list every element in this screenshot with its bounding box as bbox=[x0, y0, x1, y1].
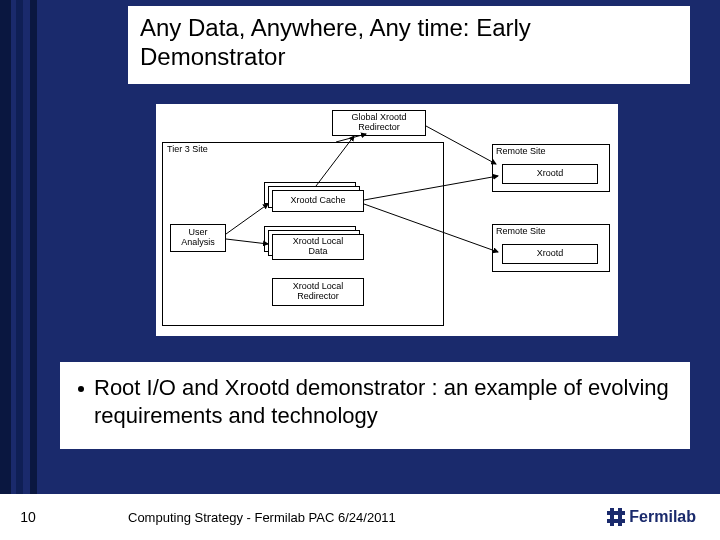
global-xrootd-redirector-label: Global Xrootd Redirector bbox=[351, 113, 406, 133]
bullet-block: Root I/O and Xrootd demonstrator : an ex… bbox=[60, 362, 690, 449]
bullet-dot-icon bbox=[78, 386, 84, 392]
bullet-text: Root I/O and Xrootd demonstrator : an ex… bbox=[94, 374, 680, 429]
xrootd-local-data-box: Xrootd Local Data bbox=[272, 234, 364, 260]
svg-rect-9 bbox=[607, 511, 625, 515]
remote-site-2-label: Remote Site bbox=[496, 227, 546, 237]
user-analysis-box: User Analysis bbox=[170, 224, 226, 252]
svg-rect-7 bbox=[610, 508, 614, 526]
svg-rect-10 bbox=[607, 519, 625, 523]
global-xrootd-redirector-box: Global Xrootd Redirector bbox=[332, 110, 426, 136]
fermilab-logo-text: Fermilab bbox=[629, 508, 696, 526]
footer: 10 Computing Strategy - Fermilab PAC 6/2… bbox=[0, 494, 720, 540]
remote-xrootd-2-box: Xrootd bbox=[502, 244, 598, 264]
slide: Any Data, Anywhere, Any time: Early Demo… bbox=[0, 0, 720, 540]
architecture-diagram: Tier 3 Site Global Xrootd Redirector Use… bbox=[156, 104, 618, 336]
footer-text: Computing Strategy - Fermilab PAC 6/24/2… bbox=[56, 510, 607, 525]
page-number: 10 bbox=[0, 509, 56, 525]
fermilab-logo: Fermilab bbox=[607, 508, 720, 526]
xrootd-local-redirector-box: Xrootd Local Redirector bbox=[272, 278, 364, 306]
remote-xrootd-2-label: Xrootd bbox=[537, 249, 564, 259]
xrootd-cache-label: Xrootd Cache bbox=[290, 196, 345, 206]
remote-xrootd-1-label: Xrootd bbox=[537, 169, 564, 179]
decorative-sidebar bbox=[0, 0, 46, 540]
xrootd-local-redirector-label: Xrootd Local Redirector bbox=[293, 282, 344, 302]
xrootd-local-data-label: Xrootd Local Data bbox=[293, 237, 344, 257]
svg-rect-8 bbox=[618, 508, 622, 526]
fermilab-logo-icon bbox=[607, 508, 625, 526]
remote-site-1-label: Remote Site bbox=[496, 147, 546, 157]
slide-title: Any Data, Anywhere, Any time: Early Demo… bbox=[140, 14, 678, 72]
user-analysis-label: User Analysis bbox=[181, 228, 215, 248]
xrootd-cache-box: Xrootd Cache bbox=[272, 190, 364, 212]
title-block: Any Data, Anywhere, Any time: Early Demo… bbox=[128, 6, 690, 84]
tier3-site-label: Tier 3 Site bbox=[167, 145, 208, 155]
remote-xrootd-1-box: Xrootd bbox=[502, 164, 598, 184]
bullet-row: Root I/O and Xrootd demonstrator : an ex… bbox=[78, 374, 680, 429]
